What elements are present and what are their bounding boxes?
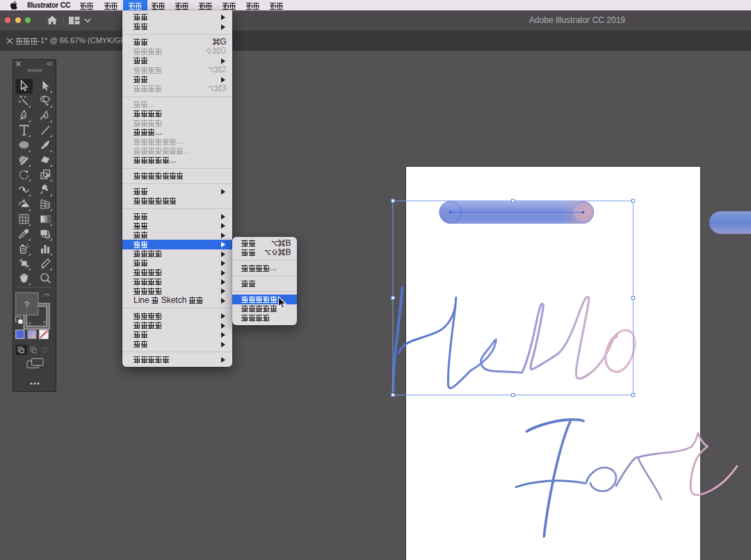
svg-text:?: ? [24,300,29,310]
svg-text:?: ? [28,321,31,327]
svg-text:?: ? [42,320,46,326]
